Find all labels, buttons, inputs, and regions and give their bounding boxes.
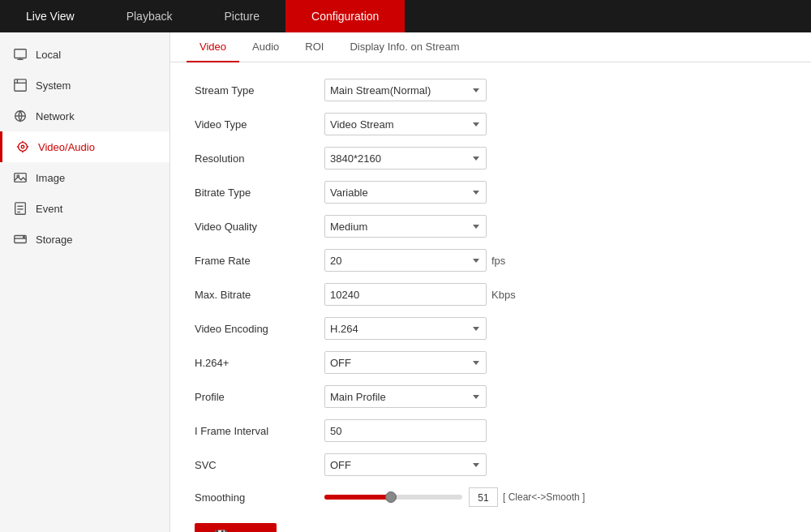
profile-row: Profile Main Profile High Profile Basic …	[195, 385, 787, 408]
frame-rate-row: Frame Rate 20 25 30 15 fps	[195, 249, 787, 272]
resolution-row: Resolution 3840*2160 1920*1080 1280*720 …	[195, 147, 787, 169]
svg-point-8	[19, 143, 28, 152]
sidebar-label-event: Event	[36, 203, 62, 215]
svc-row: SVC OFF ON	[195, 453, 787, 476]
video-type-select[interactable]: Video Stream Video&Audio Stream	[324, 113, 487, 135]
nav-live-view[interactable]: Live View	[0, 0, 101, 32]
stream-type-row: Stream Type Main Stream(Normal) Sub Stre…	[195, 79, 787, 101]
sidebar-label-local: Local	[36, 49, 61, 61]
i-frame-interval-row: I Frame Interval	[195, 419, 787, 442]
sidebar-label-system: System	[36, 79, 71, 92]
max-bitrate-input[interactable]	[324, 283, 487, 306]
video-quality-select[interactable]: Lowest Lower Low Medium Higher Highest	[324, 215, 487, 238]
resolution-select[interactable]: 3840*2160 1920*1080 1280*720 640*480	[324, 147, 487, 169]
smoothing-hint: [ Clear<->Smooth ]	[503, 491, 585, 503]
sidebar-label-storage: Storage	[36, 234, 73, 246]
sidebar-item-local[interactable]: Local	[0, 39, 169, 70]
bitrate-type-row: Bitrate Type Variable Constant	[195, 181, 787, 204]
sidebar-item-storage[interactable]: Storage	[0, 224, 169, 255]
profile-select[interactable]: Main Profile High Profile Basic Profile	[324, 385, 487, 408]
h264plus-label: H.264+	[195, 357, 324, 369]
svg-rect-3	[15, 79, 26, 91]
stream-type-select[interactable]: Main Stream(Normal) Sub Stream Third Str…	[324, 79, 487, 101]
video-quality-label: Video Quality	[195, 221, 324, 233]
sidebar-item-video-audio[interactable]: Video/Audio	[0, 131, 169, 162]
h264plus-row: H.264+ OFF ON	[195, 351, 787, 374]
smoothing-value: 51	[469, 487, 498, 507]
frame-rate-label: Frame Rate	[195, 255, 324, 267]
sidebar-label-image: Image	[36, 172, 65, 184]
svg-point-22	[24, 236, 25, 238]
sidebar: Local System Network	[0, 32, 170, 532]
i-frame-interval-input[interactable]	[324, 419, 487, 442]
svc-select[interactable]: OFF ON	[324, 453, 487, 476]
svg-rect-14	[15, 174, 26, 182]
smoothing-label: Smoothing	[195, 491, 324, 504]
save-button[interactable]: 💾 Save	[195, 523, 277, 532]
video-encoding-row: Video Encoding H.264 H.265 MJPEG	[195, 317, 787, 340]
sidebar-item-system[interactable]: System	[0, 70, 169, 101]
tab-display-info[interactable]: Display Info. on Stream	[337, 32, 472, 62]
profile-label: Profile	[195, 391, 324, 403]
video-encoding-select[interactable]: H.264 H.265 MJPEG	[324, 317, 487, 340]
resolution-label: Resolution	[195, 152, 324, 165]
main-content: Video Audio ROI Display Info. on Stream …	[170, 32, 811, 532]
stream-type-label: Stream Type	[195, 84, 324, 97]
sidebar-label-video-audio: Video/Audio	[38, 141, 95, 153]
nav-playback[interactable]: Playback	[101, 0, 199, 32]
sidebar-item-event[interactable]: Event	[0, 193, 169, 224]
bitrate-type-label: Bitrate Type	[195, 187, 324, 199]
sidebar-item-image[interactable]: Image	[0, 162, 169, 193]
bitrate-type-select[interactable]: Variable Constant	[324, 181, 487, 204]
smoothing-slider-container: 51 [ Clear<->Smooth ]	[324, 487, 585, 507]
tab-video[interactable]: Video	[187, 32, 239, 62]
svg-rect-0	[15, 49, 26, 58]
frame-rate-unit: fps	[491, 255, 505, 267]
smoothing-fill	[324, 495, 389, 500]
sidebar-label-network: Network	[36, 110, 75, 122]
sidebar-item-network[interactable]: Network	[0, 101, 169, 131]
top-navigation: Live View Playback Picture Configuration	[0, 0, 811, 32]
max-bitrate-label: Max. Bitrate	[195, 289, 324, 301]
tab-roi[interactable]: ROI	[292, 32, 337, 62]
smoothing-row: Smoothing 51 [ Clear<->Smooth ]	[195, 487, 787, 507]
svc-label: SVC	[195, 459, 324, 471]
h264plus-select[interactable]: OFF ON	[324, 351, 487, 374]
nav-picture[interactable]: Picture	[198, 0, 285, 32]
main-layout: Local System Network	[0, 32, 811, 532]
tab-bar: Video Audio ROI Display Info. on Stream	[170, 32, 811, 62]
smoothing-track[interactable]	[324, 495, 462, 500]
nav-configuration[interactable]: Configuration	[285, 0, 405, 32]
frame-rate-select[interactable]: 20 25 30 15	[324, 249, 487, 272]
max-bitrate-row: Max. Bitrate Kbps	[195, 283, 787, 306]
video-form: Stream Type Main Stream(Normal) Sub Stre…	[170, 62, 811, 532]
video-encoding-label: Video Encoding	[195, 323, 324, 335]
video-type-label: Video Type	[195, 118, 324, 131]
max-bitrate-unit: Kbps	[491, 289, 516, 301]
smoothing-thumb[interactable]	[385, 491, 397, 503]
svg-point-9	[21, 145, 24, 148]
tab-audio[interactable]: Audio	[239, 32, 292, 62]
i-frame-interval-label: I Frame Interval	[195, 425, 324, 437]
video-quality-row: Video Quality Lowest Lower Low Medium Hi…	[195, 215, 787, 238]
video-type-row: Video Type Video Stream Video&Audio Stre…	[195, 113, 787, 135]
